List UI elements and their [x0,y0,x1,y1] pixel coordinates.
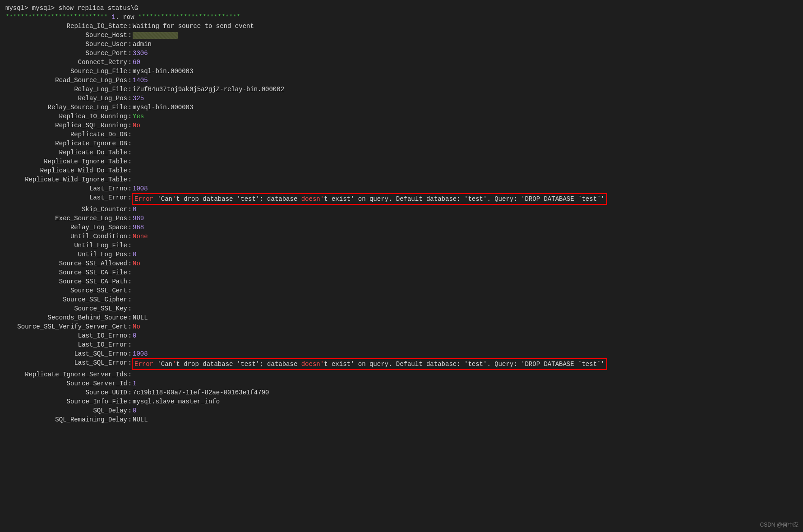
field-key: Last_IO_Errno [5,331,127,340]
field-key: Relay_Log_Pos [5,94,127,103]
field-sep: : [127,241,133,250]
field-key: Source_User [5,40,127,49]
field-sep: : [127,379,133,388]
field-value: No [133,121,798,130]
field-key: Source_Info_File [5,397,127,406]
field-value: 0 [133,406,798,415]
field-value: 0 [133,331,798,340]
field-value: Yes [133,112,798,121]
field-value: 0 [133,250,798,259]
field-row: Last_Error:Error 'Can't drop database 't… [5,193,798,205]
field-key: Source_SSL_Cert [5,286,127,295]
field-value: 325 [133,94,798,103]
redacted-value [133,32,178,39]
field-row: Until_Condition:None [5,232,798,241]
field-sep: : [127,286,133,295]
field-key: Last_IO_Error [5,340,127,349]
row-header: *************************** 1. row *****… [5,13,798,22]
field-row: SQL_Delay:0 [5,406,798,415]
mysql-prompt: mysql> [5,5,28,12]
field-sep: : [127,94,133,103]
field-key: Source_Port [5,49,127,58]
field-sep: : [127,223,133,232]
field-key: Source_Log_File [5,67,127,76]
field-sep: : [127,130,133,139]
field-key: Relay_Log_File [5,85,127,94]
field-row: Seconds_Behind_Source:NULL [5,313,798,322]
field-value [133,31,798,40]
row-word: row [123,14,134,21]
field-value: 989 [133,214,798,223]
field-value: 1008 [133,184,798,193]
field-row: Relay_Log_Pos:325 [5,94,798,103]
field-sep: : [127,397,133,406]
field-value: 1405 [133,76,798,85]
field-key: Replicate_Ignore_Table [5,157,127,166]
row-number: 1 [111,14,115,21]
terminal-output[interactable]: mysql> mysql> show replica status\G ****… [5,4,798,424]
field-row: Source_User:admin [5,40,798,49]
field-sep: : [127,166,133,175]
field-row: Until_Log_Pos:0 [5,250,798,259]
field-row: Source_Log_File:mysql-bin.000003 [5,67,798,76]
field-row: Skip_Counter:0 [5,205,798,214]
field-row: Replicate_Ignore_Table: [5,157,798,166]
field-value: 60 [133,58,798,67]
field-key: Replica_SQL_Running [5,121,127,130]
field-row: Exec_Source_Log_Pos:989 [5,214,798,223]
field-row: Source_Server_Id:1 [5,379,798,388]
field-row: Source_Info_File:mysql.slave_master_info [5,397,798,406]
field-row: Replicate_Wild_Do_Table: [5,166,798,175]
field-value: No [133,322,798,331]
field-key: Replica_IO_Running [5,112,127,121]
field-row: Source_Host: [5,31,798,40]
field-key: Replicate_Do_Table [5,148,127,157]
field-key: Relay_Source_Log_File [5,103,127,112]
field-row: Read_Source_Log_Pos:1405 [5,76,798,85]
field-value: 0 [133,205,798,214]
field-key: Source_Server_Id [5,379,127,388]
field-key: Last_SQL_Errno [5,349,127,358]
sql-command: show replica status\G [59,5,138,12]
field-key: Seconds_Behind_Source [5,313,127,322]
error-message-box: Error 'Can't drop database 'test'; datab… [132,358,607,370]
field-sep: : [127,49,133,58]
field-sep: : [127,85,133,94]
field-key: Replicate_Ignore_Server_Ids [5,370,127,379]
field-row: Source_SSL_CA_Path: [5,277,798,286]
field-row: Replicate_Wild_Ignore_Table: [5,175,798,184]
field-value: 3306 [133,49,798,58]
field-sep: : [127,175,133,184]
field-key: Replicate_Do_DB [5,130,127,139]
field-sep: : [127,76,133,85]
field-row: Replica_IO_State:Waiting for source to s… [5,22,798,31]
field-row: Replicate_Ignore_DB: [5,139,798,148]
field-sep: : [127,268,133,277]
field-sep: : [127,22,133,31]
field-key: Source_UUID [5,388,127,397]
field-key: Until_Log_File [5,241,127,250]
field-key: Skip_Counter [5,205,127,214]
field-key: Source_SSL_CA_Path [5,277,127,286]
field-key: Source_SSL_Allowed [5,259,127,268]
field-sep: : [127,184,133,193]
field-sep: : [127,304,133,313]
field-sep: : [127,259,133,268]
field-row: Replica_SQL_Running:No [5,121,798,130]
field-key: Source_SSL_Verify_Server_Cert [5,322,127,331]
field-sep: : [127,121,133,130]
field-row: Until_Log_File: [5,241,798,250]
field-key: Replicate_Wild_Do_Table [5,166,127,175]
field-value: Error 'Can't drop database 'test'; datab… [133,193,798,205]
field-key: Replicate_Wild_Ignore_Table [5,175,127,184]
field-row: Last_SQL_Error:Error 'Can't drop databas… [5,358,798,370]
field-value [133,175,798,184]
field-row: Relay_Log_Space:968 [5,223,798,232]
field-row: Last_Errno:1008 [5,184,798,193]
field-value [133,241,798,250]
field-row: Last_IO_Errno:0 [5,331,798,340]
field-key: Replicate_Ignore_DB [5,139,127,148]
field-value [133,295,798,304]
status-fields: Replica_IO_State:Waiting for source to s… [5,22,798,424]
field-sep: : [127,205,133,214]
